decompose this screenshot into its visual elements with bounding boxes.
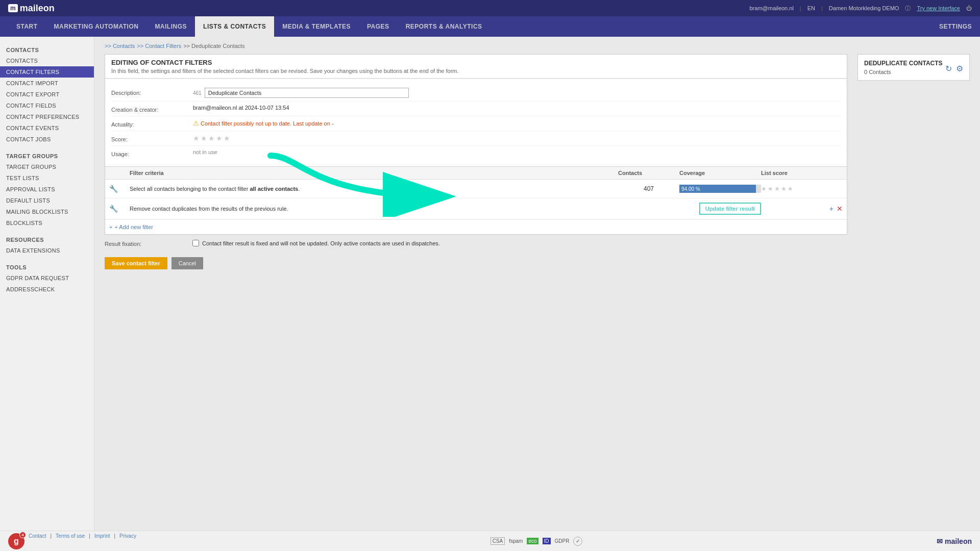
main-content: >> Contacts >> Contact Filters >> Dedupl… xyxy=(94,37,980,531)
result-fixation-text: Contact filter result is fixed and will … xyxy=(202,240,440,246)
sidebar-item-contact-jobs[interactable]: CONTACT JOBS xyxy=(0,134,94,145)
breadcrumb-contact-filters[interactable]: >> Contact Filters xyxy=(137,43,181,49)
nav-mailings[interactable]: MAILINGS xyxy=(146,16,195,37)
result-fixation-checkbox[interactable] xyxy=(192,240,199,246)
nav-pages[interactable]: PAGES xyxy=(359,16,398,37)
sidebar-item-data-extensions[interactable]: DATA EXTENSIONS xyxy=(0,245,94,256)
filter-actions-2: Update filter result xyxy=(679,203,761,215)
cert-badge: ✓ xyxy=(573,537,582,546)
nav-settings[interactable]: SETTINGS xyxy=(939,23,972,30)
actuality-label: Actuality: xyxy=(111,119,193,128)
filter-text-1: Select all contacts belonging to the con… xyxy=(130,186,618,192)
cancel-button[interactable]: Cancel xyxy=(172,257,203,269)
description-input[interactable] xyxy=(205,88,409,98)
section-title: EDITING OF CONTACT FILTERS xyxy=(111,59,841,66)
eco-badge: eco xyxy=(527,538,538,544)
sidebar-tools-section: TOOLS xyxy=(0,260,94,272)
sidebar-item-contact-fields[interactable]: CONTACT FIELDS xyxy=(0,100,94,111)
sidebar-item-blocklists[interactable]: BLOCKLISTS xyxy=(0,217,94,229)
power-icon[interactable]: ⏻ xyxy=(966,5,972,11)
nav-lists-contacts[interactable]: LISTS & CONTACTS xyxy=(195,16,274,37)
remove-rule-icon[interactable]: ✕ xyxy=(837,205,843,213)
col-filter-criteria: Filter criteria xyxy=(130,170,618,176)
wrench-icon-1[interactable]: 🔧 xyxy=(109,185,130,193)
col-list-score: List score xyxy=(761,170,843,176)
top-bar-right: bram@maileon.nl | EN | Damen Motorkledin… xyxy=(749,5,972,12)
fspam-badge: fspam xyxy=(509,538,523,544)
description-label: Description: xyxy=(111,88,193,96)
update-filter-result-button[interactable]: Update filter result xyxy=(699,203,761,215)
layout: CONTACTS CONTACTS CONTACT FILTERS CONTAC… xyxy=(0,37,980,531)
language: EN xyxy=(807,5,815,11)
client-name[interactable]: Damen Motorkleding DEMO xyxy=(829,5,899,11)
page-layout: EDITING OF CONTACT FILTERS In this field… xyxy=(105,54,970,274)
char-count: 461 xyxy=(193,90,202,96)
result-fixation-label: Result fixation: xyxy=(105,240,186,247)
add-rule-row: + + Add new filter xyxy=(105,219,847,234)
nav-reports[interactable]: REPORTS & ANALYTICS xyxy=(398,16,491,37)
sidebar-item-approval-lists[interactable]: APPROVAL LISTS xyxy=(0,184,94,195)
form-row-score: Score: ★★★★★ xyxy=(111,131,841,146)
sidebar-item-contact-filters[interactable]: CONTACT FILTERS xyxy=(0,66,94,78)
coverage-bar-1: 94.00 % xyxy=(679,185,761,193)
col-coverage: Coverage xyxy=(679,170,761,176)
sidebar-item-contact-preferences[interactable]: CONTACT PREFERENCES xyxy=(0,111,94,122)
usage-status: not in use xyxy=(193,149,217,155)
g-badge-count: 4 xyxy=(19,532,26,538)
sidebar-item-contacts[interactable]: CONTACTS xyxy=(0,55,94,66)
settings-icon[interactable]: ⚙ xyxy=(956,64,963,73)
gdpr-badge: GDPR xyxy=(555,538,570,544)
sidebar-item-addresscheck[interactable]: ADDRESSCHECK xyxy=(0,284,94,295)
refresh-icon[interactable]: ↻ xyxy=(945,64,952,73)
usage-label: Usage: xyxy=(111,149,193,157)
result-fixation-value: Contact filter result is fixed and will … xyxy=(192,240,440,246)
col-empty xyxy=(109,170,130,176)
filter-row-2: 🔧 Remove contact duplicates from the res… xyxy=(105,198,847,219)
nav-marketing[interactable]: MARKETING AUTOMATION xyxy=(46,16,147,37)
dedup-title: DEDUPLICATE CONTACTS xyxy=(864,60,943,67)
save-contact-filter-button[interactable]: Save contact filter xyxy=(105,257,167,269)
sidebar-item-target-groups[interactable]: TARGET GROUPS xyxy=(0,161,94,172)
filter-table-header: Filter criteria Contacts Coverage List s… xyxy=(105,167,847,180)
wrench-icon-2[interactable]: 🔧 xyxy=(109,205,130,213)
form-area: Description: 461 Creation & creator: bra… xyxy=(105,78,847,167)
sidebar-contacts-section: CONTACTS xyxy=(0,43,94,55)
sidebar: CONTACTS CONTACTS CONTACT FILTERS CONTAC… xyxy=(0,37,94,531)
nav-start[interactable]: START xyxy=(8,16,46,37)
form-row-usage: Usage: not in use xyxy=(111,146,841,160)
dedup-icons: ↻ ⚙ xyxy=(945,64,963,73)
top-bar-left: m maileon xyxy=(8,3,55,14)
footer-terms-link[interactable]: Terms of use xyxy=(56,533,85,549)
dedup-panel: DEDUPLICATE CONTACTS 0 Contacts ↻ ⚙ xyxy=(857,54,970,81)
sidebar-item-contact-export[interactable]: CONTACT EXPORT xyxy=(0,89,94,100)
nav-media[interactable]: MEDIA & TEMPLATES xyxy=(274,16,359,37)
footer-privacy-link[interactable]: Privacy xyxy=(119,533,136,549)
sidebar-item-contact-events[interactable]: CONTACT EVENTS xyxy=(0,122,94,134)
filter-text-2: Remove contact duplicates from the resul… xyxy=(130,206,618,212)
top-bar: m maileon bram@maileon.nl | EN | Damen M… xyxy=(0,0,980,16)
page-sidebar: DEDUPLICATE CONTACTS 0 Contacts ↻ ⚙ xyxy=(857,54,970,274)
g-badge: g 4 xyxy=(8,533,24,549)
sidebar-item-contact-import[interactable]: CONTACT IMPORT xyxy=(0,78,94,89)
logo-text: maileon xyxy=(20,3,55,14)
footer-contact-link[interactable]: Contact xyxy=(29,533,46,549)
actuality-value: ⚠ Contact filter possibly not up to date… xyxy=(193,119,841,127)
action-buttons: Save contact filter Cancel xyxy=(105,252,847,274)
nav-items: START MARKETING AUTOMATION MAILINGS LIST… xyxy=(8,16,491,37)
score-stars[interactable]: ★★★★★ xyxy=(193,134,231,142)
sidebar-item-default-lists[interactable]: DEFAULT LISTS xyxy=(0,195,94,206)
actuality-warning: Contact filter possibly not up to date. … xyxy=(201,120,334,127)
sidebar-item-test-lists[interactable]: TEST LISTS xyxy=(0,172,94,184)
filter-table: Filter criteria Contacts Coverage List s… xyxy=(105,167,847,235)
add-new-filter-link[interactable]: + + Add new filter xyxy=(109,224,843,230)
sidebar-item-gdpr[interactable]: GDPR DATA REQUEST xyxy=(0,272,94,284)
sidebar-item-mailing-blocklists[interactable]: MAILING BLOCKLISTS xyxy=(0,206,94,217)
add-rule-icon[interactable]: + xyxy=(829,205,834,213)
try-new-interface-link[interactable]: Try new Interface xyxy=(917,5,960,11)
info-icon: ⓘ xyxy=(905,5,911,12)
breadcrumb-contacts[interactable]: >> Contacts xyxy=(105,43,135,49)
csa-badge: CSA xyxy=(491,537,505,545)
footer-imprint-link[interactable]: Imprint xyxy=(94,533,110,549)
footer: g 4 Contact | Terms of use | Imprint | P… xyxy=(0,531,980,551)
main-nav: START MARKETING AUTOMATION MAILINGS LIST… xyxy=(0,16,980,37)
